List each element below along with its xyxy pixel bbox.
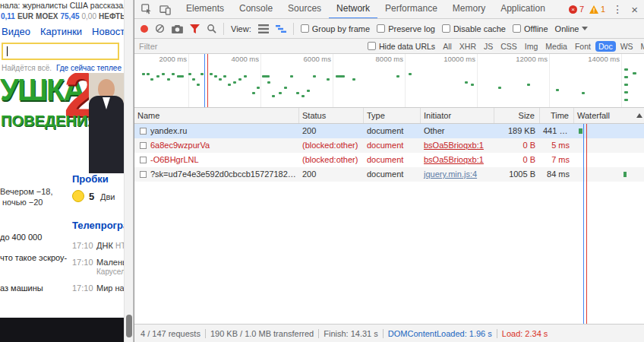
ad-subtitle: ПОВЕДЕНИЯ [1,112,99,130]
nav-link-news[interactable]: Новости [92,26,124,37]
error-badge[interactable]: × 7 [569,5,584,14]
initiator-link[interactable]: jquery.min.js:4 [424,169,477,179]
filter-funnel-icon[interactable] [190,24,200,33]
offline-checkbox[interactable]: Offline [513,24,548,33]
request-initiator-cell[interactable]: bsOa5Brioqxb:1 [421,138,494,153]
left-text-machine[interactable]: аз машины [0,283,43,293]
inspect-element-icon[interactable] [137,1,156,17]
tab-elements[interactable]: Elements [178,0,232,19]
search-icon[interactable] [207,24,216,33]
col-waterfall[interactable]: Waterfall [574,108,644,123]
view-label: View: [231,24,251,33]
search-input[interactable] [2,43,119,60]
summary-finish: Finish: 14.31 s [324,329,378,338]
tv-program[interactable]: Мир наиз [96,283,124,293]
initiator-link[interactable]: bsOa5Brioqxb:1 [424,155,484,164]
search-tagline: Найдётся всё.Где сейчас теплее [2,64,122,72]
tab-sources[interactable]: Sources [280,0,329,19]
col-type[interactable]: Type [364,108,421,123]
offline-label: Offline [524,24,548,33]
request-status-cell: 200 [299,167,364,182]
tab-network[interactable]: Network [329,0,377,19]
nav-link-video[interactable]: Видео [2,26,30,37]
clear-icon[interactable] [155,24,165,33]
request-initiator-cell[interactable]: bsOa5Brioqxb:1 [421,153,494,167]
pill-media[interactable]: Media [542,41,570,52]
view-waterfall-icon[interactable] [276,24,286,33]
initiator-link[interactable]: bsOa5Brioqxb:1 [424,141,484,150]
preserve-log-checkbox[interactable]: Preserve log [377,24,435,33]
network-request-row[interactable]: yandex.ru 200 document Other 189 KB 441 … [134,124,644,138]
preserve-log-label: Preserve log [388,24,435,33]
traffic-section-link[interactable]: Пробки [72,173,109,185]
request-waterfall-cell [574,138,644,153]
left-text-escrow[interactable]: что такое эскроу- [0,253,67,262]
request-type-cell: document [364,167,421,182]
warning-badge[interactable]: 1 [589,5,605,14]
col-initiator[interactable]: Initiator [421,108,494,123]
request-name-cell[interactable]: ?sk=ud7e4e3e592d0cbccb15727182b... [134,167,299,182]
tv-time: 17:10 [72,258,93,267]
tagline-link[interactable]: Где сейчас теплее [56,64,122,72]
tab-memory[interactable]: Memory [445,0,493,19]
throttling-value: Online [555,24,579,33]
view-list-icon[interactable] [258,24,269,33]
tv-program[interactable]: ДНК [96,241,113,250]
tv-program[interactable]: Маленьк [96,258,124,267]
pill-font[interactable]: Font [572,41,594,52]
request-name-cell[interactable]: -O6BHgrLNL [134,153,299,167]
pill-doc[interactable]: Doc [595,41,616,52]
col-time[interactable]: Time [540,108,574,123]
filter-input[interactable] [139,42,363,51]
news-headline[interactable]: нала: журналисты США рассказал о по [0,1,124,10]
tab-application[interactable]: Application [493,0,553,19]
tv-guide-link[interactable]: Телепрограм [72,220,124,231]
close-icon[interactable]: × [630,3,639,16]
network-overview-timeline[interactable]: 2000 ms 4000 ms 6000 ms 8000 ms 10000 ms… [134,54,644,108]
dcl-marker-line [204,54,205,107]
network-request-row[interactable]: 6a8ec9wzpurVa (blocked:other) document b… [134,138,644,153]
throttling-dropdown[interactable]: Online [555,24,589,33]
col-name[interactable]: Name [134,108,299,123]
network-request-row[interactable]: ?sk=ud7e4e3e592d0cbccb15727182b... 200 d… [134,167,644,182]
page-scrollbar[interactable] [124,0,134,342]
col-status[interactable]: Status [299,108,364,123]
pill-all[interactable]: All [440,41,455,52]
request-size-cell: 189 KB [494,124,540,138]
pill-manifest[interactable]: Manifest [638,41,644,52]
ad-banner[interactable]: УШКА 2 ПОВЕДЕНИЯ [0,73,124,173]
pill-ws[interactable]: WS [617,41,636,52]
col-size[interactable]: Size [494,108,540,123]
nav-link-images[interactable]: Картинки [40,26,82,37]
disable-cache-checkbox[interactable]: Disable cache [442,24,506,33]
network-request-row[interactable]: -O6BHgrLNL (blocked:other) document bsOa… [134,153,644,167]
checkbox-icon [513,24,521,33]
group-by-frame-checkbox[interactable]: Group by frame [301,24,370,33]
pill-css[interactable]: CSS [497,41,520,52]
group-by-frame-label: Group by frame [312,24,370,33]
record-button[interactable] [140,25,148,33]
summary-transferred: 190 KB / 1.0 MB transferred [210,329,314,338]
sort-asc-icon[interactable] [636,113,642,118]
divider [318,329,319,338]
hide-data-urls-checkbox[interactable]: Hide data URLs [368,42,435,51]
request-name-cell[interactable]: 6a8ec9wzpurVa [134,138,299,153]
kebab-menu-icon[interactable]: ⋮ [611,3,624,15]
divider [383,329,384,338]
request-initiator-cell[interactable]: jquery.min.js:4 [421,167,494,182]
warning-icon [589,5,598,14]
request-name-cell[interactable]: yandex.ru [134,124,299,138]
scrollbar-thumb[interactable] [126,315,132,337]
favicon-placeholder-icon [140,157,147,163]
pill-js[interactable]: JS [481,41,496,52]
devtools-panel: Elements Console Sources Network Perform… [134,0,644,342]
traffic-score: 5 [89,191,94,202]
screenshot-camera-icon[interactable] [172,24,183,33]
pill-img[interactable]: Img [522,41,541,52]
pill-xhr[interactable]: XHR [456,41,479,52]
request-size-cell: 0 B [494,153,540,167]
tab-performance[interactable]: Performance [377,0,445,19]
device-toolbar-icon[interactable] [156,1,174,17]
tab-console[interactable]: Console [232,0,280,19]
request-waterfall-cell [574,124,644,138]
